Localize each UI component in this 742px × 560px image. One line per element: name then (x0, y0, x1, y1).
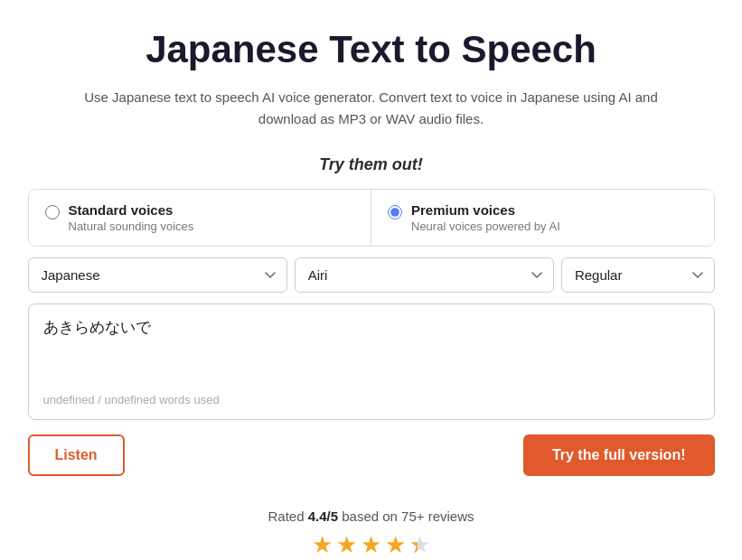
rating-section: Rated 4.4/5 based on 75+ reviews ★ ★ ★ ★… (28, 509, 715, 559)
star-3: ★ (361, 531, 381, 559)
premium-voice-label: Premium voices (411, 202, 560, 218)
stars-row: ★ ★ ★ ★ ★★ (28, 531, 715, 559)
full-version-button[interactable]: Try the full version! (523, 434, 715, 476)
rating-suffix: based on 75+ reviews (338, 509, 474, 524)
dropdowns-row: Japanese English Spanish French German A… (28, 257, 715, 293)
main-container: Japanese Text to Speech Use Japanese tex… (28, 18, 715, 559)
word-count-hint: undefined / undefined words used (43, 393, 700, 406)
premium-voice-radio[interactable] (388, 205, 402, 219)
language-dropdown[interactable]: Japanese English Spanish French German (28, 257, 287, 293)
standard-voice-text: Standard voices Natural sounding voices (69, 202, 194, 233)
standard-voice-label: Standard voices (69, 202, 194, 218)
text-input-content[interactable]: あきらめないで (43, 317, 700, 371)
voice-dropdown[interactable]: Airi Haruka Kenji Yuki (295, 257, 554, 293)
voice-selector: Standard voices Natural sounding voices … (28, 189, 715, 247)
star-2: ★ (336, 531, 357, 559)
star-5: ★★ (409, 531, 430, 559)
premium-voice-option[interactable]: Premium voices Neural voices powered by … (371, 190, 714, 246)
rating-text: Rated 4.4/5 based on 75+ reviews (28, 509, 715, 524)
premium-voice-text: Premium voices Neural voices powered by … (411, 202, 560, 233)
page-subtitle: Use Japanese text to speech AI voice gen… (64, 87, 679, 130)
star-1: ★ (312, 531, 333, 559)
style-dropdown[interactable]: Regular Fast Slow (561, 257, 715, 293)
listen-button[interactable]: Listen (28, 434, 125, 476)
rating-score: 4.4/5 (308, 509, 338, 524)
standard-voice-option[interactable]: Standard voices Natural sounding voices (29, 190, 372, 246)
premium-voice-description: Neural voices powered by AI (411, 219, 560, 233)
standard-voice-radio[interactable] (45, 205, 60, 219)
page-title: Japanese Text to Speech (28, 27, 715, 72)
buttons-row: Listen Try the full version! (28, 434, 715, 476)
rating-prefix: Rated (268, 509, 307, 524)
standard-voice-description: Natural sounding voices (69, 219, 194, 233)
try-label: Try them out! (28, 155, 715, 174)
text-input-wrapper: あきらめないで undefined / undefined words used (28, 303, 715, 420)
star-4: ★ (385, 531, 406, 559)
